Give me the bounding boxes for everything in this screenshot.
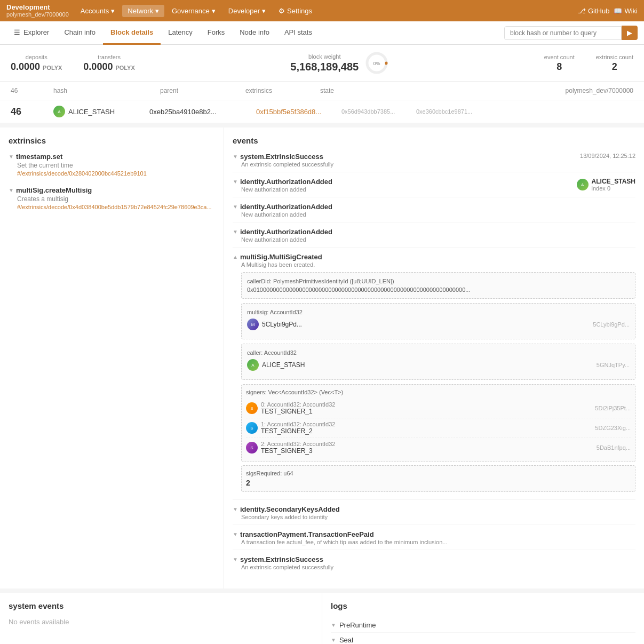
sec-nav-latency[interactable]: Latency bbox=[161, 21, 200, 45]
th-parent: parent bbox=[160, 87, 245, 94]
extrinsic-count-stat: extrinsic count 2 bbox=[596, 54, 633, 73]
system-events-panel: system events No events available bbox=[0, 593, 322, 644]
chevron-down-icon-ev1: ▼ bbox=[233, 179, 238, 185]
events-title: events bbox=[233, 136, 635, 145]
block-table-header: 46 hash parent extrinsics state polymesh… bbox=[0, 82, 644, 100]
th-extrinsics: extrinsics bbox=[245, 87, 320, 94]
explorer-icon: ☰ bbox=[14, 28, 20, 36]
caller-icon: A bbox=[247, 359, 259, 371]
event-1: ▼ identity.AuthorizationAdded New author… bbox=[233, 178, 635, 197]
sec-nav: ☰ Explorer Chain info Block details Late… bbox=[0, 21, 644, 45]
chevron-down-icon-ev6: ▼ bbox=[233, 531, 238, 537]
callerdid-box: callerDid: PolymeshPrimitivesIdentityId … bbox=[241, 272, 635, 299]
signers-box: signers: Vec<AccountId32> (Vec<T>) S 0: … bbox=[241, 384, 635, 462]
caller-box: caller: AccountId32 A ALICE_STASH 5GNJqT… bbox=[241, 344, 635, 380]
chevron-down-icon-ev0: ▼ bbox=[233, 154, 238, 160]
extrinsics-title: extrinsics bbox=[9, 136, 215, 145]
block-weight-stat: block weight 5,168,189,485 0% bbox=[156, 51, 523, 75]
extrinsic-0-desc: Set the current time bbox=[17, 162, 215, 169]
block-parent[interactable]: 0xf15bbf5e5f386d8... bbox=[256, 108, 341, 116]
chevron-down-icon-ev7: ▼ bbox=[233, 556, 238, 562]
wiki-icon: 📖 bbox=[614, 7, 622, 15]
wiki-link[interactable]: 📖 Wiki bbox=[614, 7, 638, 15]
svg-text:0%: 0% bbox=[373, 61, 380, 66]
chevron-down-icon-log0: ▼ bbox=[331, 622, 336, 628]
event-5: ▼ identity.SecondaryKeysAdded Secondary … bbox=[233, 505, 635, 525]
top-nav: Development polymesh_dev/7000000 Account… bbox=[0, 0, 644, 21]
multisig-box: multisig: AccountId32 M 5CLybi9gPd... 5C… bbox=[241, 303, 635, 339]
th-block-num: 46 bbox=[11, 87, 53, 94]
extrinsic-multisig: ▼ multiSig.createMultisig Creates a mult… bbox=[9, 186, 215, 210]
alice-stash-icon: A bbox=[53, 106, 65, 117]
extrinsic-1-name: multiSig.createMultisig bbox=[16, 186, 92, 194]
extrinsic-timestamp: ▼ timestamp.set Set the current time #/e… bbox=[9, 153, 215, 177]
nav-developer[interactable]: Developer ▾ bbox=[223, 5, 271, 17]
block-num: 46 bbox=[11, 106, 53, 117]
signer-1-icon: S bbox=[246, 422, 258, 434]
event-7: ▼ system.ExtrinsicSuccess An extrinsic c… bbox=[233, 555, 635, 575]
github-icon: ⎇ bbox=[578, 7, 586, 15]
th-node: polymesh_dev/7000000 bbox=[566, 87, 633, 94]
log-item-1[interactable]: ▼ Seal bbox=[331, 633, 635, 644]
logs-panel: logs ▼ PreRuntime ▼ Seal bbox=[322, 593, 644, 644]
extrinsics-col: extrinsics ▼ timestamp.set Set the curre… bbox=[0, 128, 224, 589]
extrinsic-1-link[interactable]: #/extrinsics/decode/0x4d038400be5ddb1579… bbox=[17, 204, 215, 210]
block-extrinsics: 0x56d943dbb7385... bbox=[341, 108, 416, 115]
alice-stash-badge-icon: A bbox=[577, 179, 589, 190]
block-search-input[interactable] bbox=[504, 26, 622, 40]
nav-network[interactable]: Network ▾ bbox=[122, 5, 164, 17]
right-stats: event count 8 extrinsic count 2 bbox=[544, 54, 633, 73]
signer-1: S 1: AccountId32: AccountId32 TEST_SIGNE… bbox=[246, 418, 631, 438]
brand-env: Development bbox=[6, 3, 69, 12]
transfers-stat: transfers 0.0000 POLYX bbox=[83, 54, 134, 73]
block-state: 0xe360cbbc1e9871... bbox=[416, 108, 512, 115]
chevron-down-icon-ev2: ▼ bbox=[233, 204, 238, 210]
github-link[interactable]: ⎇ GitHub bbox=[578, 7, 609, 15]
signer-2: S 2: AccountId32: AccountId32 TEST_SIGNE… bbox=[246, 438, 631, 457]
brand: Development polymesh_dev/7000000 bbox=[6, 3, 69, 19]
sec-nav-explorer[interactable]: ☰ Explorer bbox=[6, 21, 57, 45]
extrinsic-1-desc: Creates a multisig bbox=[17, 195, 215, 203]
block-weight-donut: 0% bbox=[365, 51, 388, 75]
event-3: ▼ identity.AuthorizationAdded New author… bbox=[233, 228, 635, 248]
sigs-required-box: sigsRequired: u64 2 bbox=[241, 465, 635, 492]
extrinsic-0-link[interactable]: #/extrinsics/decode/0x280402000bc44521eb… bbox=[17, 170, 215, 177]
block-account: A ALICE_STASH bbox=[53, 106, 149, 117]
table-row: 46 A ALICE_STASH 0xeb25ba4910e8b2... 0xf… bbox=[0, 100, 644, 123]
sec-nav-api-stats[interactable]: API stats bbox=[277, 21, 320, 45]
nav-right-links: ⎇ GitHub 📖 Wiki bbox=[578, 7, 638, 15]
nav-settings[interactable]: ⚙ Settings bbox=[273, 5, 317, 17]
deposits-stat: deposits 0.0000 POLYX bbox=[11, 54, 62, 73]
sec-nav-chain-info[interactable]: Chain info bbox=[57, 21, 103, 45]
nav-accounts[interactable]: Accounts ▾ bbox=[75, 5, 120, 17]
event-6: ▼ transactionPayment.TransactionFeePaid … bbox=[233, 530, 635, 550]
block-hash: 0xeb25ba4910e8b2... bbox=[149, 108, 256, 116]
event-0: ▼ system.ExtrinsicSuccess An extrinsic c… bbox=[233, 153, 635, 172]
search-bar: ▶ bbox=[504, 26, 638, 40]
event-2: ▼ identity.AuthorizationAdded New author… bbox=[233, 203, 635, 222]
chevron-down-icon: ▼ bbox=[9, 154, 14, 160]
extrinsic-0-name: timestamp.set bbox=[16, 153, 62, 161]
nav-governance[interactable]: Governance ▾ bbox=[166, 5, 221, 17]
sec-nav-node-info[interactable]: Node info bbox=[232, 21, 277, 45]
th-state: state bbox=[320, 87, 416, 94]
events-col: events ▼ system.ExtrinsicSuccess An extr… bbox=[224, 128, 644, 589]
signer-0: S 0: AccountId32: AccountId32 TEST_SIGNE… bbox=[246, 399, 631, 418]
sec-nav-forks[interactable]: Forks bbox=[200, 21, 233, 45]
signer-0-icon: S bbox=[246, 402, 258, 414]
search-button[interactable]: ▶ bbox=[622, 26, 638, 40]
chevron-down-icon-2: ▼ bbox=[9, 187, 14, 193]
stats-row: deposits 0.0000 POLYX transfers 0.0000 P… bbox=[0, 45, 644, 82]
log-item-0[interactable]: ▼ PreRuntime bbox=[331, 618, 635, 633]
chevron-up-icon-ev4: ▲ bbox=[233, 254, 238, 260]
th-hash: hash bbox=[53, 87, 160, 94]
event-count-stat: event count 8 bbox=[544, 54, 575, 73]
chevron-down-icon-log1: ▼ bbox=[331, 637, 336, 643]
split-section: extrinsics ▼ timestamp.set Set the curre… bbox=[0, 128, 644, 589]
bottom-section: system events No events available logs ▼… bbox=[0, 593, 644, 644]
sec-nav-block-details[interactable]: Block details bbox=[103, 21, 161, 45]
multisig-icon: M bbox=[247, 319, 259, 330]
event-4: ▲ multiSig.MultiSigCreated A Multisig ha… bbox=[233, 253, 635, 500]
brand-node: polymesh_dev/7000000 bbox=[6, 11, 69, 18]
chevron-down-icon-ev3: ▼ bbox=[233, 229, 238, 235]
